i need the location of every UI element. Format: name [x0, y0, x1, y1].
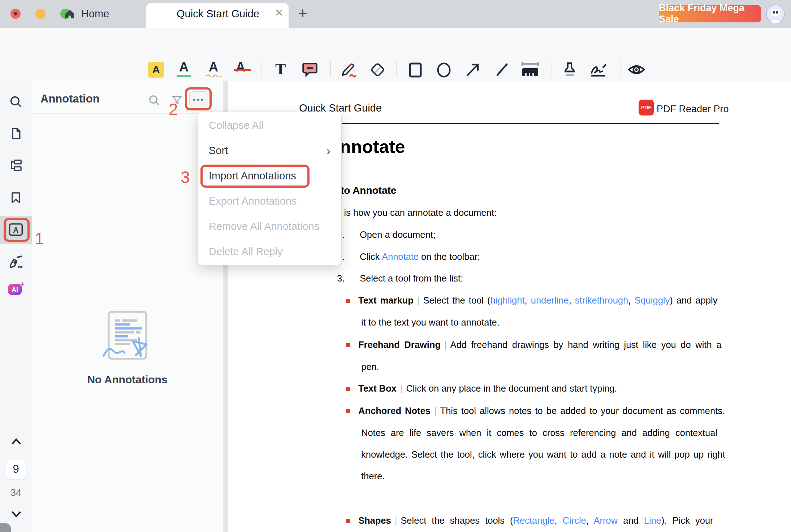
menu-item-remove-all-annotations[interactable]: Remove All Annotations [198, 214, 341, 239]
stamp-tool[interactable] [560, 60, 579, 79]
callout-number-1: 1 [35, 229, 44, 248]
no-annotations-illustration [102, 310, 152, 367]
intro-line: Here is how you can annotate a document: [321, 208, 497, 218]
menu-item-collapse-all[interactable]: Collapse All [198, 113, 341, 138]
strikethrough-bar [234, 69, 251, 71]
annotate-link[interactable]: Annotate [382, 252, 419, 262]
toolbar-divider [330, 61, 331, 77]
annotation-panel-title: Annotation [40, 92, 100, 105]
bullet-marker [346, 299, 350, 303]
bullet-freehand-line1: Freehand Drawing|Add freehand drawings b… [358, 340, 721, 350]
callout-number-3: 3 [181, 167, 190, 187]
eraser-tool[interactable] [368, 60, 386, 79]
squiggly-tool[interactable]: A [206, 61, 221, 77]
submenu-chevron-icon: › [327, 144, 330, 158]
arrow-link[interactable]: Arrow [594, 515, 618, 526]
no-annotations-label: No Annotations [32, 374, 223, 386]
thumbnails-panel-button[interactable] [9, 126, 23, 141]
underline-tool-bar [177, 75, 191, 77]
text-box-tool[interactable]: T [275, 61, 286, 77]
step3-number: 3. [337, 273, 355, 284]
squiggly-tool-wave [206, 74, 221, 77]
freehand-pen-tool[interactable] [339, 60, 358, 79]
bullet-marker [346, 519, 350, 523]
bullet-anchored-line1: Anchored Notes|This tool allows notes to… [358, 406, 725, 416]
rectangle-link[interactable]: Rectangle [513, 515, 555, 526]
home-icon [63, 8, 76, 21]
signature-tool[interactable] [589, 61, 608, 79]
signature-panel-button[interactable] [8, 254, 24, 270]
bullet-anchored-line3: knowledge. Select the tool, click where … [361, 449, 725, 460]
bookmark-panel-button[interactable] [9, 190, 23, 205]
bullet-freehand-line2: pen. [361, 362, 379, 372]
minimize-window-button[interactable] [35, 9, 46, 19]
highlight-tool[interactable]: A [148, 62, 164, 78]
panel-divider [32, 113, 223, 114]
document-tab-title: Quick Start Guide [177, 8, 259, 20]
toolbar-divider [620, 61, 621, 77]
pdf-reader-pro-logo: PDF [639, 100, 654, 115]
annotation-context-menu: Collapse All Sort› Import Annotations Ex… [198, 112, 341, 265]
close-window-button[interactable] [10, 9, 21, 19]
home-tab[interactable]: Home [63, 0, 109, 28]
rectangle-tool[interactable] [409, 62, 422, 78]
annotation-panel [32, 81, 223, 532]
pdf-reader-window: Home Quick Start Guide ✕ + Black Friday … [0, 0, 791, 532]
bullet-marker [346, 387, 350, 391]
account-avatar[interactable] [766, 4, 785, 23]
title-bar: Home Quick Start Guide ✕ + Black Friday … [0, 0, 791, 28]
bullet-text-markup-line2: it to the text you want to annotate. [361, 317, 500, 328]
arrow-tool[interactable] [464, 61, 481, 79]
strikethrough-tool[interactable]: A [236, 61, 245, 74]
highlight-link[interactable]: highlight [490, 295, 525, 305]
callout-number-2: 2 [169, 100, 178, 119]
bullet-textbox-line1: Text Box|Click on any place in the docum… [358, 383, 617, 394]
outline-panel-button[interactable] [8, 158, 23, 173]
main-toolbar: − 130% + Annotate Edit Page Form Fill Co… [0, 28, 791, 57]
home-tab-label: Home [81, 8, 109, 20]
callout-box-step2 [185, 87, 212, 110]
bullet-text-markup-line1: Text markup|Select the tool (highlight, … [358, 295, 717, 306]
previous-page-button[interactable] [10, 437, 22, 446]
sale-badge[interactable]: Black Friday Mega Sale [659, 5, 761, 22]
menu-item-delete-all-reply[interactable]: Delete All Reply [198, 239, 341, 264]
tab-close-icon[interactable]: ✕ [273, 6, 286, 19]
bullet-anchored-line2: Notes are life savers when it comes to c… [361, 428, 717, 438]
strikethrough-link[interactable]: strikethrough [575, 295, 628, 305]
circle-tool[interactable] [435, 61, 453, 79]
step1-text: Open a document; [360, 230, 436, 240]
bullet-marker [346, 343, 350, 347]
bullet-anchored-line4: there. [361, 471, 385, 481]
ai-assistant-button[interactable]: AI [7, 280, 25, 298]
new-tab-button[interactable]: + [295, 4, 311, 22]
measure-tool[interactable] [520, 61, 540, 79]
next-page-button[interactable] [10, 510, 22, 519]
bullet-marker [346, 409, 350, 413]
menu-item-sort[interactable]: Sort› [198, 138, 341, 163]
circle-link[interactable]: Circle [563, 515, 586, 526]
toolbar-divider [261, 61, 262, 77]
annotation-toolbar [0, 57, 791, 82]
current-page-input[interactable]: 9 [6, 459, 26, 479]
underline-tool[interactable]: A [177, 61, 191, 77]
step2-text: Click Annotate on the toolbar; [360, 252, 480, 262]
document-header-rule [299, 123, 719, 124]
toolbar-divider [552, 61, 552, 77]
line-link[interactable]: Line [644, 515, 661, 526]
total-pages-label: 34 [0, 487, 32, 498]
bullet-shapes-line1: Shapes|Select the shapes tools (Rectangl… [358, 515, 713, 526]
svg-text:AI: AI [12, 286, 18, 293]
toolbar-divider [396, 61, 397, 77]
line-tool[interactable] [493, 61, 511, 79]
brand-name: PDF Reader Pro [657, 104, 729, 115]
annotation-search-icon[interactable] [147, 93, 161, 107]
underline-link[interactable]: underline [531, 295, 569, 305]
search-panel-button[interactable] [8, 94, 23, 109]
callout-box-step1 [4, 218, 30, 242]
anchored-note-tool[interactable] [301, 61, 319, 79]
callout-box-step3 [200, 165, 310, 188]
menu-item-export-annotations[interactable]: Export Annotations [198, 188, 341, 214]
floating-widget-corner [0, 523, 11, 532]
show-annotations-tool[interactable] [627, 61, 646, 79]
squiggly-link[interactable]: Squiggly [634, 295, 670, 305]
